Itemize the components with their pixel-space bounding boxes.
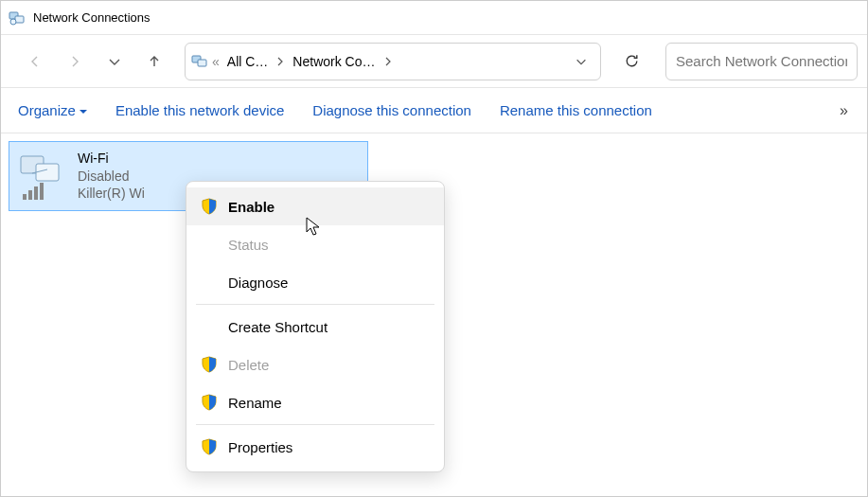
address-icon	[191, 53, 208, 70]
dropdown-caret-icon	[80, 102, 87, 118]
svg-rect-9	[28, 190, 32, 200]
search-box[interactable]	[665, 43, 858, 80]
enable-device-button[interactable]: Enable this network device	[115, 102, 284, 118]
adapter-tile-text: Wi-Fi Disabled Killer(R) Wi	[78, 150, 145, 204]
shield-icon	[200, 197, 219, 216]
context-enable[interactable]: Enable	[186, 187, 444, 225]
adapter-name: Wi-Fi	[78, 150, 145, 168]
context-separator	[196, 424, 434, 425]
diagnose-connection-button[interactable]: Diagnose this connection	[312, 102, 471, 118]
svg-rect-11	[40, 183, 44, 200]
context-status: Status	[186, 225, 444, 263]
adapter-status: Disabled	[78, 168, 145, 186]
context-create-shortcut[interactable]: Create Shortcut	[186, 308, 444, 346]
svg-rect-6	[36, 164, 59, 181]
svg-rect-4	[198, 60, 206, 66]
context-create-shortcut-label: Create Shortcut	[228, 319, 431, 335]
search-input[interactable]	[676, 53, 847, 69]
breadcrumb-item-2[interactable]: Network Co…	[289, 52, 379, 71]
context-rename-label: Rename	[228, 395, 431, 411]
breadcrumb-item-1[interactable]: All C…	[223, 52, 273, 71]
up-button[interactable]	[137, 44, 171, 79]
shield-icon	[200, 393, 219, 412]
context-diagnose-label: Diagnose	[228, 275, 431, 291]
context-enable-label: Enable	[228, 199, 431, 215]
chevron-right-icon[interactable]	[275, 57, 285, 66]
svg-rect-10	[34, 186, 38, 200]
svg-rect-8	[23, 194, 27, 200]
recent-locations-button[interactable]	[97, 44, 132, 79]
command-bar: Organize Enable this network device Diag…	[1, 88, 867, 133]
svg-point-2	[10, 19, 16, 25]
context-separator	[196, 304, 434, 305]
app-icon	[9, 9, 26, 27]
chevron-right-icon[interactable]	[383, 57, 393, 66]
forward-button[interactable]	[58, 44, 92, 79]
overflow-button[interactable]: »	[840, 102, 850, 119]
organize-label: Organize	[18, 102, 76, 118]
adapter-device-name: Killer(R) Wi	[78, 185, 145, 203]
address-bar[interactable]: « All C… Network Co…	[185, 43, 601, 80]
shield-icon	[200, 355, 219, 374]
back-button[interactable]	[18, 44, 52, 79]
context-menu: Enable Status Diagnose Create Shortcut D…	[186, 181, 445, 472]
refresh-button[interactable]	[612, 43, 650, 80]
network-adapter-icon	[17, 151, 68, 202]
nav-toolbar: « All C… Network Co…	[1, 35, 867, 88]
context-rename[interactable]: Rename	[186, 383, 444, 421]
organize-menu[interactable]: Organize	[18, 102, 87, 118]
breadcrumb-prefix: «	[212, 54, 220, 69]
context-diagnose[interactable]: Diagnose	[186, 263, 444, 301]
title-bar: Network Connections	[1, 1, 867, 35]
context-properties-label: Properties	[228, 439, 431, 455]
context-delete: Delete	[186, 346, 444, 383]
window-title: Network Connections	[33, 10, 151, 25]
context-delete-label: Delete	[228, 357, 431, 373]
address-history-button[interactable]	[568, 55, 594, 68]
context-status-label: Status	[228, 237, 431, 253]
rename-connection-button[interactable]: Rename this connection	[500, 102, 652, 118]
content-area: Wi-Fi Disabled Killer(R) Wi Enable Statu…	[1, 133, 867, 219]
shield-icon	[200, 437, 219, 456]
context-properties[interactable]: Properties	[186, 428, 444, 466]
